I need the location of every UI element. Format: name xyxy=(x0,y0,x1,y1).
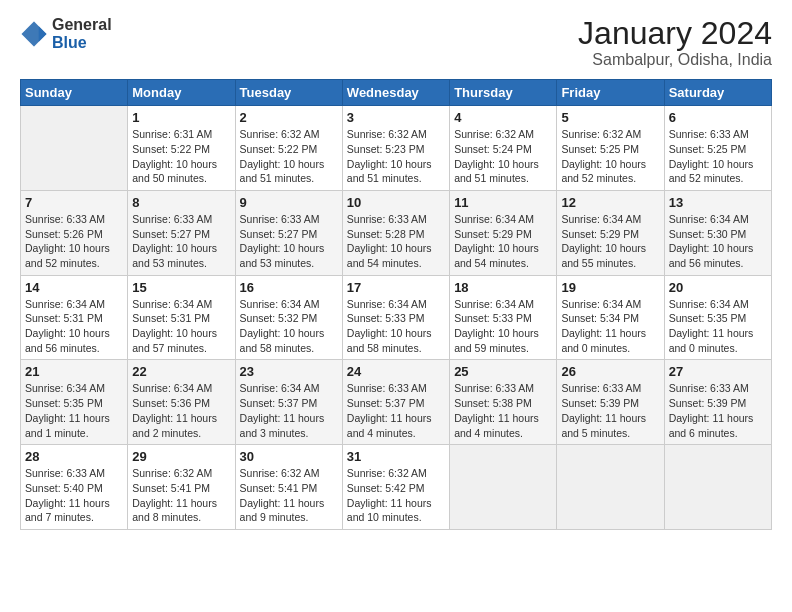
day-number: 8 xyxy=(132,195,230,210)
calendar-cell: 15Sunrise: 6:34 AMSunset: 5:31 PMDayligh… xyxy=(128,275,235,360)
day-info: Sunrise: 6:32 AMSunset: 5:24 PMDaylight:… xyxy=(454,127,552,186)
calendar-cell: 25Sunrise: 6:33 AMSunset: 5:38 PMDayligh… xyxy=(450,360,557,445)
calendar-cell: 26Sunrise: 6:33 AMSunset: 5:39 PMDayligh… xyxy=(557,360,664,445)
calendar-cell: 24Sunrise: 6:33 AMSunset: 5:37 PMDayligh… xyxy=(342,360,449,445)
day-number: 15 xyxy=(132,280,230,295)
day-info: Sunrise: 6:34 AMSunset: 5:29 PMDaylight:… xyxy=(561,212,659,271)
day-number: 5 xyxy=(561,110,659,125)
day-info: Sunrise: 6:34 AMSunset: 5:33 PMDaylight:… xyxy=(347,297,445,356)
calendar-week-1: 1Sunrise: 6:31 AMSunset: 5:22 PMDaylight… xyxy=(21,106,772,191)
day-number: 23 xyxy=(240,364,338,379)
calendar-cell xyxy=(664,445,771,530)
calendar-cell: 21Sunrise: 6:34 AMSunset: 5:35 PMDayligh… xyxy=(21,360,128,445)
day-number: 21 xyxy=(25,364,123,379)
calendar-cell: 27Sunrise: 6:33 AMSunset: 5:39 PMDayligh… xyxy=(664,360,771,445)
day-info: Sunrise: 6:34 AMSunset: 5:30 PMDaylight:… xyxy=(669,212,767,271)
day-number: 9 xyxy=(240,195,338,210)
day-number: 6 xyxy=(669,110,767,125)
page: General Blue January 2024 Sambalpur, Odi… xyxy=(0,0,792,540)
day-info: Sunrise: 6:32 AMSunset: 5:41 PMDaylight:… xyxy=(240,466,338,525)
header: General Blue January 2024 Sambalpur, Odi… xyxy=(20,16,772,69)
day-number: 29 xyxy=(132,449,230,464)
day-info: Sunrise: 6:34 AMSunset: 5:33 PMDaylight:… xyxy=(454,297,552,356)
day-info: Sunrise: 6:32 AMSunset: 5:23 PMDaylight:… xyxy=(347,127,445,186)
day-number: 10 xyxy=(347,195,445,210)
day-info: Sunrise: 6:34 AMSunset: 5:31 PMDaylight:… xyxy=(132,297,230,356)
calendar-cell: 6Sunrise: 6:33 AMSunset: 5:25 PMDaylight… xyxy=(664,106,771,191)
calendar-cell: 9Sunrise: 6:33 AMSunset: 5:27 PMDaylight… xyxy=(235,190,342,275)
day-number: 25 xyxy=(454,364,552,379)
day-info: Sunrise: 6:33 AMSunset: 5:26 PMDaylight:… xyxy=(25,212,123,271)
calendar-week-4: 21Sunrise: 6:34 AMSunset: 5:35 PMDayligh… xyxy=(21,360,772,445)
calendar-cell: 19Sunrise: 6:34 AMSunset: 5:34 PMDayligh… xyxy=(557,275,664,360)
logo-text: General Blue xyxy=(52,16,112,51)
day-info: Sunrise: 6:34 AMSunset: 5:36 PMDaylight:… xyxy=(132,381,230,440)
day-info: Sunrise: 6:34 AMSunset: 5:32 PMDaylight:… xyxy=(240,297,338,356)
title-block: January 2024 Sambalpur, Odisha, India xyxy=(578,16,772,69)
day-info: Sunrise: 6:32 AMSunset: 5:22 PMDaylight:… xyxy=(240,127,338,186)
day-number: 27 xyxy=(669,364,767,379)
day-number: 30 xyxy=(240,449,338,464)
day-number: 16 xyxy=(240,280,338,295)
header-saturday: Saturday xyxy=(664,80,771,106)
day-number: 24 xyxy=(347,364,445,379)
header-tuesday: Tuesday xyxy=(235,80,342,106)
day-info: Sunrise: 6:34 AMSunset: 5:37 PMDaylight:… xyxy=(240,381,338,440)
calendar-cell xyxy=(557,445,664,530)
day-number: 12 xyxy=(561,195,659,210)
logo: General Blue xyxy=(20,16,112,51)
day-number: 2 xyxy=(240,110,338,125)
day-number: 20 xyxy=(669,280,767,295)
day-info: Sunrise: 6:33 AMSunset: 5:27 PMDaylight:… xyxy=(240,212,338,271)
weekday-header-row: Sunday Monday Tuesday Wednesday Thursday… xyxy=(21,80,772,106)
calendar-title: January 2024 xyxy=(578,16,772,51)
day-info: Sunrise: 6:33 AMSunset: 5:40 PMDaylight:… xyxy=(25,466,123,525)
header-thursday: Thursday xyxy=(450,80,557,106)
day-number: 7 xyxy=(25,195,123,210)
calendar-week-3: 14Sunrise: 6:34 AMSunset: 5:31 PMDayligh… xyxy=(21,275,772,360)
day-number: 4 xyxy=(454,110,552,125)
day-info: Sunrise: 6:32 AMSunset: 5:25 PMDaylight:… xyxy=(561,127,659,186)
calendar-cell: 31Sunrise: 6:32 AMSunset: 5:42 PMDayligh… xyxy=(342,445,449,530)
calendar-cell: 10Sunrise: 6:33 AMSunset: 5:28 PMDayligh… xyxy=(342,190,449,275)
day-info: Sunrise: 6:32 AMSunset: 5:42 PMDaylight:… xyxy=(347,466,445,525)
calendar-cell: 28Sunrise: 6:33 AMSunset: 5:40 PMDayligh… xyxy=(21,445,128,530)
calendar-cell: 11Sunrise: 6:34 AMSunset: 5:29 PMDayligh… xyxy=(450,190,557,275)
header-wednesday: Wednesday xyxy=(342,80,449,106)
calendar-body: 1Sunrise: 6:31 AMSunset: 5:22 PMDaylight… xyxy=(21,106,772,530)
day-info: Sunrise: 6:33 AMSunset: 5:37 PMDaylight:… xyxy=(347,381,445,440)
svg-marker-3 xyxy=(39,26,47,42)
day-info: Sunrise: 6:34 AMSunset: 5:29 PMDaylight:… xyxy=(454,212,552,271)
day-info: Sunrise: 6:33 AMSunset: 5:39 PMDaylight:… xyxy=(561,381,659,440)
calendar-cell: 3Sunrise: 6:32 AMSunset: 5:23 PMDaylight… xyxy=(342,106,449,191)
calendar-cell: 29Sunrise: 6:32 AMSunset: 5:41 PMDayligh… xyxy=(128,445,235,530)
header-sunday: Sunday xyxy=(21,80,128,106)
calendar-subtitle: Sambalpur, Odisha, India xyxy=(578,51,772,69)
day-number: 31 xyxy=(347,449,445,464)
calendar-header: Sunday Monday Tuesday Wednesday Thursday… xyxy=(21,80,772,106)
day-info: Sunrise: 6:33 AMSunset: 5:39 PMDaylight:… xyxy=(669,381,767,440)
day-info: Sunrise: 6:31 AMSunset: 5:22 PMDaylight:… xyxy=(132,127,230,186)
calendar-cell: 16Sunrise: 6:34 AMSunset: 5:32 PMDayligh… xyxy=(235,275,342,360)
day-info: Sunrise: 6:34 AMSunset: 5:31 PMDaylight:… xyxy=(25,297,123,356)
calendar-cell: 20Sunrise: 6:34 AMSunset: 5:35 PMDayligh… xyxy=(664,275,771,360)
calendar-cell: 23Sunrise: 6:34 AMSunset: 5:37 PMDayligh… xyxy=(235,360,342,445)
header-friday: Friday xyxy=(557,80,664,106)
day-info: Sunrise: 6:32 AMSunset: 5:41 PMDaylight:… xyxy=(132,466,230,525)
calendar-cell: 14Sunrise: 6:34 AMSunset: 5:31 PMDayligh… xyxy=(21,275,128,360)
logo-general-text: General xyxy=(52,16,112,34)
header-monday: Monday xyxy=(128,80,235,106)
day-number: 13 xyxy=(669,195,767,210)
calendar-cell: 7Sunrise: 6:33 AMSunset: 5:26 PMDaylight… xyxy=(21,190,128,275)
calendar-cell: 17Sunrise: 6:34 AMSunset: 5:33 PMDayligh… xyxy=(342,275,449,360)
calendar-cell: 2Sunrise: 6:32 AMSunset: 5:22 PMDaylight… xyxy=(235,106,342,191)
calendar-cell: 8Sunrise: 6:33 AMSunset: 5:27 PMDaylight… xyxy=(128,190,235,275)
day-info: Sunrise: 6:33 AMSunset: 5:25 PMDaylight:… xyxy=(669,127,767,186)
day-number: 19 xyxy=(561,280,659,295)
logo-blue-text: Blue xyxy=(52,34,112,52)
day-info: Sunrise: 6:34 AMSunset: 5:35 PMDaylight:… xyxy=(669,297,767,356)
calendar-table: Sunday Monday Tuesday Wednesday Thursday… xyxy=(20,79,772,530)
calendar-cell xyxy=(21,106,128,191)
day-number: 17 xyxy=(347,280,445,295)
day-number: 18 xyxy=(454,280,552,295)
